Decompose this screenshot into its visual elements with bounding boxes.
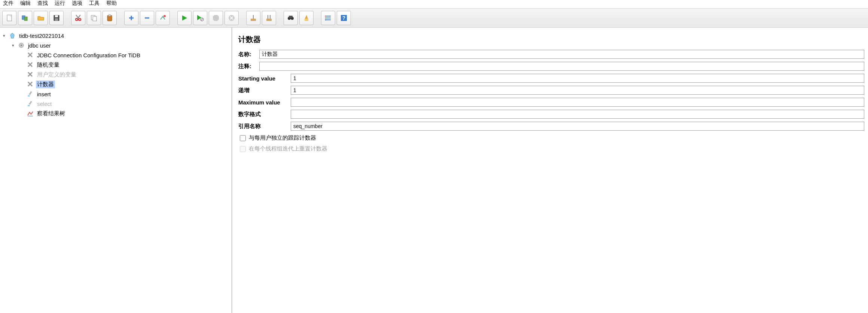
paste-button[interactable] [103,11,117,25]
menubar: 文件 编辑 查找 运行 选项 工具 帮助 [0,0,868,8]
svg-rect-29 [266,19,272,21]
gear-icon [17,41,25,49]
menu-file[interactable]: 文件 [3,0,13,7]
collapse-icon[interactable]: ▾ [1,33,7,38]
stop-icon [213,15,219,21]
svg-marker-45 [10,33,14,38]
tree-item-icon [26,61,34,69]
function-helper-button[interactable] [321,11,335,25]
open-button[interactable] [34,11,48,25]
tree-item[interactable]: insert [1,89,230,99]
svg-rect-56 [29,91,32,95]
save-button[interactable] [49,11,64,25]
shutdown-button[interactable] [224,11,239,25]
clear-all-button[interactable] [262,11,276,25]
menu-options[interactable]: 选项 [72,0,82,7]
broom-clear-icon [303,14,310,22]
menu-help[interactable]: 帮助 [106,0,117,7]
tree-item[interactable]: 用户定义的变量 [1,70,230,79]
new-file-button[interactable] [2,11,16,25]
svg-text:?: ? [342,15,346,21]
search-button[interactable] [284,11,298,25]
comment-label: 注释: [238,63,259,70]
tree-item-icon [26,70,34,79]
play-notimer-icon [196,14,204,22]
minus-icon [144,15,150,21]
tree-threadgroup[interactable]: ▾ jdbc user [1,40,230,50]
refname-label: 引用名称 [238,123,291,130]
svg-point-42 [325,19,326,21]
name-input[interactable] [259,50,864,59]
help-button[interactable]: ? [337,11,351,25]
reset-checkbox [240,146,246,152]
plus-icon [128,15,134,21]
max-label: Maximum value [238,99,291,106]
svg-point-41 [325,18,326,19]
format-input[interactable] [291,110,864,119]
start-label: Starting value [238,75,291,82]
tree-item[interactable]: select [1,99,230,109]
counter-editor: 计数器 名称: 注释: Starting value 递增 Maximum va… [232,28,868,313]
max-input[interactable] [291,98,864,107]
tree-item[interactable]: JDBC Connection Configuration For TiDB [1,50,230,60]
svg-rect-34 [289,16,293,18]
increment-input[interactable] [291,86,864,95]
document-icon [6,14,13,22]
svg-point-18 [163,15,166,17]
refname-input[interactable] [291,122,864,131]
binoculars-icon [287,14,294,22]
svg-point-47 [21,45,22,46]
tree-item-icon [26,109,34,118]
broom-icon [250,14,257,22]
svg-rect-27 [251,19,256,21]
panel-title: 计数器 [236,34,864,45]
menu-tools[interactable]: 工具 [89,0,100,7]
play-icon [181,15,188,21]
list-icon [324,14,332,22]
svg-rect-6 [55,18,58,21]
svg-rect-58 [29,101,32,105]
collapse-button[interactable] [140,11,154,25]
expand-button[interactable] [124,11,138,25]
tree-root[interactable]: ▾ tidb-test20221014 [1,31,230,40]
save-icon [53,14,60,22]
copy-button[interactable] [87,11,101,25]
menu-run[interactable]: 运行 [55,0,65,7]
comment-input[interactable] [259,62,864,71]
peruser-label: 与每用户独立的跟踪计数器 [249,134,316,142]
clipboard-icon [106,14,113,22]
increment-label: 递增 [238,87,291,94]
svg-rect-12 [93,16,97,21]
tree-item[interactable]: 察看结果树 [1,109,230,118]
collapse-icon[interactable]: ▾ [10,43,16,48]
reset-search-button[interactable] [299,11,314,25]
tree-item-icon [26,90,34,98]
testplan-icon [8,31,16,40]
tree-label: jdbc user [27,42,52,49]
cut-button[interactable] [71,11,85,25]
menu-search[interactable]: 查找 [37,0,48,7]
tree-label: 随机变量 [36,61,61,69]
peruser-checkbox[interactable] [240,135,246,141]
stop-button[interactable] [209,11,223,25]
clear-button[interactable] [246,11,260,25]
tree-item[interactable]: 计数器 [1,79,230,89]
reset-label: 在每个线程组迭代上重置计数器 [249,145,327,152]
start-no-timers-button[interactable] [193,11,207,25]
start-button[interactable] [177,11,192,25]
copy-icon [90,14,98,22]
tree-label: 计数器 [36,80,55,88]
templates-button[interactable] [18,11,32,25]
tree-label: 用户定义的变量 [36,71,77,79]
tree-item[interactable]: 随机变量 [1,60,230,70]
templates-icon [21,14,29,22]
help-icon: ? [340,14,348,22]
menu-edit[interactable]: 编辑 [20,0,31,7]
tree-label: select [36,100,53,107]
scissors-icon [74,14,82,22]
test-plan-tree[interactable]: ▾ tidb-test20221014 ▾ jdbc user JDBC Con… [0,28,232,313]
start-input[interactable] [291,74,864,83]
toggle-button[interactable] [156,11,170,25]
tree-item-icon [26,80,34,88]
svg-point-40 [325,16,326,17]
